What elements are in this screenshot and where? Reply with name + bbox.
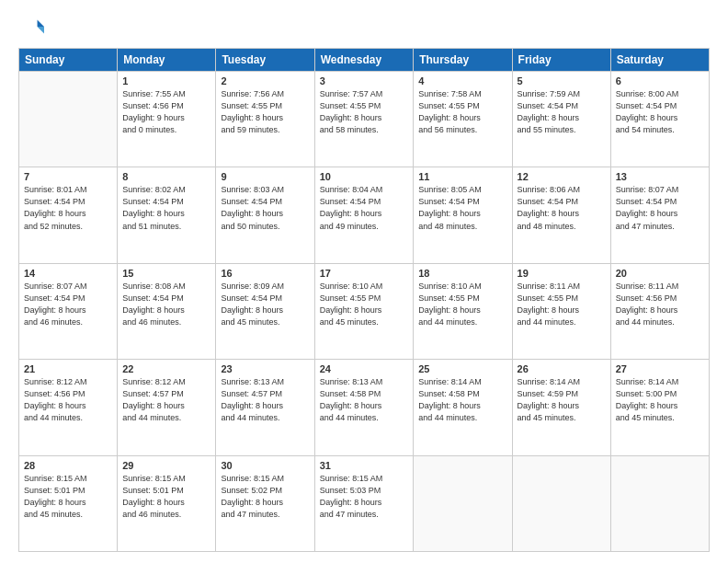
col-header-wednesday: Wednesday (314, 49, 414, 72)
day-cell: 12Sunrise: 8:06 AM Sunset: 4:54 PM Dayli… (512, 167, 610, 263)
day-number: 14 (24, 268, 112, 279)
day-info: Sunrise: 8:07 AM Sunset: 4:54 PM Dayligh… (616, 184, 704, 232)
day-cell: 26Sunrise: 8:14 AM Sunset: 4:59 PM Dayli… (512, 360, 610, 455)
day-number: 31 (320, 460, 409, 471)
day-number: 19 (518, 268, 606, 279)
day-info: Sunrise: 8:15 AM Sunset: 5:01 PM Dayligh… (24, 473, 112, 521)
day-cell: 25Sunrise: 8:14 AM Sunset: 4:58 PM Dayli… (414, 360, 512, 455)
day-cell: 29Sunrise: 8:15 AM Sunset: 5:01 PM Dayli… (118, 455, 216, 551)
day-cell: 27Sunrise: 8:14 AM Sunset: 5:00 PM Dayli… (610, 360, 709, 455)
day-number: 7 (24, 171, 112, 182)
day-cell: 10Sunrise: 8:04 AM Sunset: 4:54 PM Dayli… (314, 167, 414, 263)
day-cell (19, 72, 118, 167)
day-cell: 3Sunrise: 7:57 AM Sunset: 4:55 PM Daylig… (314, 72, 414, 167)
day-cell: 18Sunrise: 8:10 AM Sunset: 4:55 PM Dayli… (414, 263, 512, 359)
day-cell: 14Sunrise: 8:07 AM Sunset: 4:54 PM Dayli… (19, 263, 118, 359)
day-info: Sunrise: 7:59 AM Sunset: 4:54 PM Dayligh… (518, 88, 606, 136)
day-info: Sunrise: 7:55 AM Sunset: 4:56 PM Dayligh… (122, 88, 210, 136)
week-row-2: 7Sunrise: 8:01 AM Sunset: 4:54 PM Daylig… (19, 167, 710, 263)
day-number: 27 (616, 363, 704, 374)
day-number: 22 (122, 363, 210, 374)
day-cell: 5Sunrise: 7:59 AM Sunset: 4:54 PM Daylig… (512, 72, 610, 167)
day-info: Sunrise: 8:07 AM Sunset: 4:54 PM Dayligh… (24, 281, 112, 328)
day-info: Sunrise: 8:09 AM Sunset: 4:54 PM Dayligh… (221, 281, 309, 328)
header (18, 15, 710, 40)
day-number: 2 (221, 75, 309, 86)
day-number: 24 (320, 363, 409, 374)
day-cell: 13Sunrise: 8:07 AM Sunset: 4:54 PM Dayli… (610, 167, 709, 263)
day-number: 21 (24, 363, 112, 374)
day-info: Sunrise: 8:11 AM Sunset: 4:56 PM Dayligh… (616, 281, 704, 328)
day-cell: 24Sunrise: 8:13 AM Sunset: 4:58 PM Dayli… (314, 360, 414, 455)
day-cell: 21Sunrise: 8:12 AM Sunset: 4:56 PM Dayli… (19, 360, 118, 455)
day-number: 23 (221, 363, 309, 374)
day-cell: 30Sunrise: 8:15 AM Sunset: 5:02 PM Dayli… (216, 455, 314, 551)
day-info: Sunrise: 8:01 AM Sunset: 4:54 PM Dayligh… (24, 184, 112, 232)
day-number: 25 (418, 363, 506, 374)
day-info: Sunrise: 8:14 AM Sunset: 4:59 PM Dayligh… (518, 376, 606, 424)
day-cell: 19Sunrise: 8:11 AM Sunset: 4:55 PM Dayli… (512, 263, 610, 359)
day-cell: 15Sunrise: 8:08 AM Sunset: 4:54 PM Dayli… (118, 263, 216, 359)
day-number: 10 (320, 171, 409, 182)
day-info: Sunrise: 8:15 AM Sunset: 5:01 PM Dayligh… (122, 473, 210, 521)
day-info: Sunrise: 8:11 AM Sunset: 4:55 PM Dayligh… (518, 281, 606, 328)
day-number: 11 (418, 171, 506, 182)
day-info: Sunrise: 8:13 AM Sunset: 4:58 PM Dayligh… (320, 376, 409, 424)
day-info: Sunrise: 8:10 AM Sunset: 4:55 PM Dayligh… (320, 281, 409, 328)
day-cell: 1Sunrise: 7:55 AM Sunset: 4:56 PM Daylig… (118, 72, 216, 167)
day-info: Sunrise: 8:10 AM Sunset: 4:55 PM Dayligh… (418, 281, 506, 328)
day-info: Sunrise: 7:58 AM Sunset: 4:55 PM Dayligh… (418, 88, 506, 136)
day-cell: 16Sunrise: 8:09 AM Sunset: 4:54 PM Dayli… (216, 263, 314, 359)
day-number: 17 (320, 268, 409, 279)
day-cell: 31Sunrise: 8:15 AM Sunset: 5:03 PM Dayli… (314, 455, 414, 551)
day-info: Sunrise: 8:12 AM Sunset: 4:56 PM Dayligh… (24, 376, 112, 424)
day-info: Sunrise: 8:14 AM Sunset: 4:58 PM Dayligh… (418, 376, 506, 424)
day-cell: 4Sunrise: 7:58 AM Sunset: 4:55 PM Daylig… (414, 72, 512, 167)
day-info: Sunrise: 7:57 AM Sunset: 4:55 PM Dayligh… (320, 88, 409, 136)
day-cell: 22Sunrise: 8:12 AM Sunset: 4:57 PM Dayli… (118, 360, 216, 455)
day-info: Sunrise: 8:08 AM Sunset: 4:54 PM Dayligh… (122, 281, 210, 328)
day-cell (414, 455, 512, 551)
day-number: 5 (518, 75, 606, 86)
day-info: Sunrise: 8:00 AM Sunset: 4:54 PM Dayligh… (616, 88, 704, 136)
day-number: 30 (221, 460, 309, 471)
day-number: 1 (122, 75, 210, 86)
day-number: 3 (320, 75, 409, 86)
day-cell: 11Sunrise: 8:05 AM Sunset: 4:54 PM Dayli… (414, 167, 512, 263)
day-number: 16 (221, 268, 309, 279)
day-number: 12 (518, 171, 606, 182)
day-cell (512, 455, 610, 551)
header-row: SundayMondayTuesdayWednesdayThursdayFrid… (19, 49, 710, 72)
week-row-1: 1Sunrise: 7:55 AM Sunset: 4:56 PM Daylig… (19, 72, 710, 167)
day-cell: 2Sunrise: 7:56 AM Sunset: 4:55 PM Daylig… (216, 72, 314, 167)
day-info: Sunrise: 7:56 AM Sunset: 4:55 PM Dayligh… (221, 88, 309, 136)
day-cell: 9Sunrise: 8:03 AM Sunset: 4:54 PM Daylig… (216, 167, 314, 263)
day-info: Sunrise: 8:15 AM Sunset: 5:02 PM Dayligh… (221, 473, 309, 521)
day-info: Sunrise: 8:04 AM Sunset: 4:54 PM Dayligh… (320, 184, 409, 232)
day-info: Sunrise: 8:13 AM Sunset: 4:57 PM Dayligh… (221, 376, 309, 424)
day-number: 28 (24, 460, 112, 471)
day-number: 8 (122, 171, 210, 182)
col-header-tuesday: Tuesday (216, 49, 314, 72)
day-number: 18 (418, 268, 506, 279)
day-number: 20 (616, 268, 704, 279)
week-row-5: 28Sunrise: 8:15 AM Sunset: 5:01 PM Dayli… (19, 455, 710, 551)
day-cell: 7Sunrise: 8:01 AM Sunset: 4:54 PM Daylig… (19, 167, 118, 263)
col-header-sunday: Sunday (19, 49, 118, 72)
day-number: 15 (122, 268, 210, 279)
week-row-3: 14Sunrise: 8:07 AM Sunset: 4:54 PM Dayli… (19, 263, 710, 359)
svg-marker-1 (38, 27, 44, 33)
day-number: 13 (616, 171, 704, 182)
day-number: 6 (616, 75, 704, 86)
day-number: 29 (122, 460, 210, 471)
col-header-saturday: Saturday (610, 49, 709, 72)
svg-marker-0 (38, 20, 44, 27)
day-cell: 23Sunrise: 8:13 AM Sunset: 4:57 PM Dayli… (216, 360, 314, 455)
day-info: Sunrise: 8:05 AM Sunset: 4:54 PM Dayligh… (418, 184, 506, 232)
week-row-4: 21Sunrise: 8:12 AM Sunset: 4:56 PM Dayli… (19, 360, 710, 455)
day-cell: 28Sunrise: 8:15 AM Sunset: 5:01 PM Dayli… (19, 455, 118, 551)
logo-icon (18, 15, 44, 40)
day-info: Sunrise: 8:14 AM Sunset: 5:00 PM Dayligh… (616, 376, 704, 424)
day-number: 4 (418, 75, 506, 86)
day-cell: 17Sunrise: 8:10 AM Sunset: 4:55 PM Dayli… (314, 263, 414, 359)
